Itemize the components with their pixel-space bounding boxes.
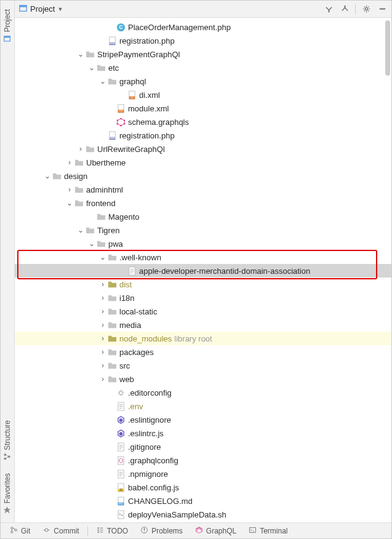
sidebar-tab-structure[interactable]: Structure <box>2 417 13 465</box>
tree-item-label: media <box>119 321 141 330</box>
tree-item[interactable]: PHPregistration.php <box>15 129 391 142</box>
tree-item[interactable]: MDCHANGELOG.md <box>15 494 391 508</box>
chevron-right-icon[interactable]: › <box>98 321 107 329</box>
bottom-tab-commit[interactable]: Commit <box>37 526 84 536</box>
tree-item[interactable]: ⌄etc <box>15 61 391 74</box>
tree-item[interactable]: ⌄design <box>15 169 391 183</box>
tree-item[interactable]: ›local-static <box>15 305 391 318</box>
sidebar-tab-project[interactable]: Project <box>2 6 13 46</box>
svg-rect-3 <box>4 458 6 460</box>
tree-item[interactable]: Magento <box>15 210 391 223</box>
tree-item[interactable]: CPlaceOrderManagement.php <box>15 20 391 34</box>
chevron-down-icon[interactable]: ⌄ <box>43 172 52 180</box>
folder-icon <box>74 198 84 208</box>
chevron-right-icon[interactable]: › <box>98 293 107 302</box>
tree-item[interactable]: .eslintrc.js <box>15 426 391 440</box>
tree-item-label: Magento <box>108 212 140 222</box>
tree-item[interactable]: ⌄StripePaymentGraphQl <box>15 47 391 61</box>
bottom-tab-git[interactable]: Git <box>4 526 36 536</box>
tree-item-label: node_modules <box>119 334 172 343</box>
tree-item[interactable]: ›packages <box>15 345 391 359</box>
svg-rect-43 <box>118 510 123 518</box>
chevron-right-icon[interactable]: › <box>98 361 107 370</box>
tree-item[interactable]: schema.graphqls <box>15 115 391 129</box>
tree-item[interactable]: ›UrlRewriteGraphQl <box>15 142 391 156</box>
svg-rect-49 <box>250 527 256 532</box>
tree-item[interactable]: .graphqlconfig <box>15 453 391 467</box>
tree-item[interactable]: .npmignore <box>15 467 391 481</box>
tree-item-label: .eslintignore <box>128 415 171 425</box>
svg-point-26 <box>116 123 118 124</box>
bottom-tab-label: Commit <box>54 527 79 535</box>
chevron-right-icon[interactable]: › <box>98 280 107 289</box>
bottom-tab-graphql[interactable]: GraphQL <box>190 526 242 536</box>
svg-text:PHP: PHP <box>109 42 115 45</box>
sidebar-tab-label: Favorites <box>3 473 12 503</box>
project-view-selector[interactable]: Project ▼ <box>18 4 63 15</box>
chevron-right-icon[interactable]: › <box>76 145 85 153</box>
hide-button[interactable] <box>377 4 388 15</box>
tree-item[interactable]: ›dist <box>15 277 391 291</box>
todo-icon <box>96 526 104 536</box>
bottom-tab-terminal[interactable]: Terminal <box>243 526 293 536</box>
svg-point-24 <box>123 123 124 124</box>
sidebar-tab-label: Structure <box>3 420 12 450</box>
tree-item[interactable]: ›media <box>15 318 391 332</box>
chevron-right-icon[interactable]: › <box>98 348 107 356</box>
chevron-down-icon[interactable]: ⌄ <box>98 77 107 86</box>
tree-item-label: di.xml <box>139 90 160 100</box>
chevron-right-icon[interactable]: › <box>98 375 107 383</box>
text-file-icon <box>116 469 126 479</box>
tree-item[interactable]: PHPregistration.php <box>15 34 391 47</box>
problems-icon <box>140 526 148 536</box>
tree-item[interactable]: .editorconfig <box>15 386 391 399</box>
chevron-right-icon[interactable]: › <box>65 185 74 194</box>
chevron-right-icon[interactable]: › <box>98 334 107 343</box>
tree-item[interactable]: .eslintignore <box>15 413 391 426</box>
tree-item[interactable]: ›web <box>15 372 391 386</box>
tree-item[interactable]: ›Ubertheme <box>15 156 391 169</box>
svg-text:<>: <> <box>119 110 122 113</box>
chevron-down-icon[interactable]: ⌄ <box>98 253 107 262</box>
chevron-down-icon[interactable]: ⌄ <box>65 199 74 207</box>
tree-item[interactable]: ›src <box>15 359 391 372</box>
tree-item[interactable]: ⌄frontend <box>15 196 391 210</box>
sidebar-tab-favorites[interactable]: Favorites <box>2 469 13 517</box>
svg-text:JS: JS <box>119 489 122 492</box>
tree-item[interactable]: ⌄.well-known <box>15 250 391 264</box>
bottom-tab-problems[interactable]: Problems <box>135 526 188 536</box>
chevron-down-icon[interactable]: ⌄ <box>87 239 96 248</box>
tree-item[interactable]: <>module.xml <box>15 102 391 115</box>
tree-item[interactable]: ⌄Tigren <box>15 223 391 237</box>
chevron-down-icon[interactable]: ⌄ <box>76 226 85 234</box>
project-tree[interactable]: CPlaceOrderManagement.phpPHPregistration… <box>15 18 391 522</box>
chevron-right-icon[interactable]: › <box>98 307 107 316</box>
terminal-icon <box>249 526 257 536</box>
tree-item[interactable]: .gitignore <box>15 440 391 453</box>
tree-item[interactable]: ⌄pwa <box>15 237 391 250</box>
tree-item-label: pwa <box>108 239 123 249</box>
chevron-right-icon[interactable]: › <box>65 158 74 167</box>
tree-item-label: apple-developer-merchantid-domain-associ… <box>139 266 310 276</box>
tree-item[interactable]: apple-developer-merchantid-domain-associ… <box>15 264 391 277</box>
tree-item[interactable]: ›adminhtml <box>15 183 391 196</box>
bottom-tab-todo[interactable]: TODO <box>90 526 134 536</box>
tree-item[interactable]: ›node_moduleslibrary root <box>15 332 391 345</box>
expand-all-button[interactable] <box>339 4 350 15</box>
select-opened-file-button[interactable] <box>323 4 334 15</box>
tree-item[interactable]: deployVeniaSampleData.sh <box>15 508 391 521</box>
tree-item-label: etc <box>108 63 119 73</box>
commit-icon <box>42 526 50 536</box>
git-icon <box>10 526 18 536</box>
tree-item[interactable]: ⌄graphql <box>15 74 391 88</box>
chevron-down-icon[interactable]: ⌄ <box>76 50 85 58</box>
bottom-tab-label: GraphQL <box>206 527 236 535</box>
tree-item[interactable]: JSbabel.config.js <box>15 481 391 494</box>
tree-item[interactable]: .env <box>15 399 391 413</box>
scrollbar-thumb[interactable] <box>385 20 390 76</box>
chevron-down-icon[interactable]: ⌄ <box>87 63 96 72</box>
tree-item[interactable]: <>di.xml <box>15 88 391 102</box>
folder-icon <box>107 333 117 343</box>
tree-item[interactable]: ›i18n <box>15 291 391 305</box>
gear-button[interactable] <box>361 4 372 15</box>
